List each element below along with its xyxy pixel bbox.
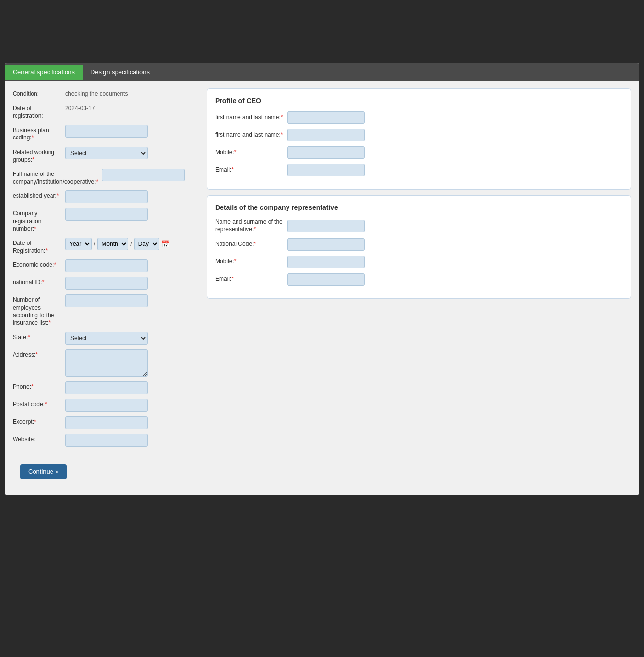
company-reg-input[interactable] <box>65 208 148 221</box>
ceo-mobile-label: Mobile:* <box>215 149 283 156</box>
req-star: * <box>254 226 256 233</box>
postal-code-label: Postal code:* <box>13 399 61 409</box>
date-registration-value: 2024-03-17 <box>65 103 95 112</box>
established-year-input[interactable] <box>65 190 148 203</box>
month-select[interactable]: Month <box>97 238 128 250</box>
postal-code-input[interactable] <box>65 399 148 412</box>
ceo-card-title: Profile of CEO <box>215 97 623 104</box>
business-plan-input[interactable] <box>65 125 148 138</box>
representative-card: Details of the company representative Na… <box>207 195 631 299</box>
req-star: * <box>57 192 59 199</box>
sep1: / <box>94 241 95 247</box>
req-star: * <box>32 134 34 141</box>
rep-name-input[interactable] <box>287 220 365 232</box>
ceo-email-row: Email:* <box>215 164 623 176</box>
req-star: * <box>234 149 237 156</box>
date-dropdowns: Year / Month / Day 📅 <box>65 238 169 250</box>
economic-code-row: Economic code:* <box>13 259 197 272</box>
company-reg-row: Company registration number:* <box>13 208 197 233</box>
rep-national-code-label: National Code:* <box>215 241 283 248</box>
req-star: * <box>281 114 283 121</box>
right-panel: Profile of CEO first name and last name:… <box>207 88 631 451</box>
req-star: * <box>54 261 56 268</box>
full-name-input[interactable] <box>102 169 185 181</box>
date-reg-dropdown-row: Date of Registration:* Year / Month / Da… <box>13 238 197 255</box>
condition-row: Condition: checking the documents <box>13 88 197 98</box>
bottom-area: Continue » <box>5 459 639 495</box>
website-label: Website: <box>13 434 61 444</box>
req-star: * <box>42 279 45 286</box>
page-wrapper: General specifications Design specificat… <box>0 0 644 500</box>
ceo-first-last-2-input[interactable] <box>287 129 365 141</box>
state-row: State:* Select <box>13 332 197 345</box>
employees-label: Number of employees according to the ins… <box>13 294 61 327</box>
rep-email-label: Email:* <box>215 276 283 283</box>
calendar-icon[interactable]: 📅 <box>161 240 169 248</box>
excerpt-label: Excerpt:* <box>13 416 61 426</box>
date-registration-label: Date of registration: <box>13 103 61 120</box>
related-groups-label: Related working groups:* <box>13 147 61 164</box>
req-star: * <box>96 178 98 185</box>
req-star: * <box>28 334 30 341</box>
national-id-input[interactable] <box>65 277 148 290</box>
ceo-first-last-1-input[interactable] <box>287 111 365 124</box>
tab-general[interactable]: General specifications <box>5 65 83 80</box>
req-star: * <box>32 156 34 163</box>
phone-label: Phone:* <box>13 381 61 391</box>
date-registration-row: Date of registration: 2024-03-17 <box>13 103 197 120</box>
year-select[interactable]: Year <box>65 238 92 250</box>
main-container: General specifications Design specificat… <box>5 63 639 495</box>
left-panel: Condition: checking the documents Date o… <box>13 88 197 451</box>
req-star: * <box>231 276 234 282</box>
req-star: * <box>34 225 36 232</box>
continue-button[interactable]: Continue » <box>20 464 67 479</box>
rep-name-row: Name and surname of the representative:* <box>215 218 623 233</box>
req-star: * <box>231 166 234 173</box>
ceo-card: Profile of CEO first name and last name:… <box>207 88 631 190</box>
postal-code-row: Postal code:* <box>13 399 197 412</box>
ceo-email-input[interactable] <box>287 164 365 176</box>
rep-mobile-row: Mobile:* <box>215 256 623 268</box>
established-year-label: established year:* <box>13 190 61 200</box>
ceo-mobile-input[interactable] <box>287 146 365 159</box>
req-star: * <box>45 401 47 408</box>
date-reg-dropdown-label: Date of Registration:* <box>13 238 61 255</box>
day-select[interactable]: Day <box>134 238 159 250</box>
content-area: Condition: checking the documents Date o… <box>5 81 639 459</box>
phone-row: Phone:* <box>13 381 197 394</box>
rep-mobile-label: Mobile:* <box>215 258 283 266</box>
ceo-first-last-1-row: first name and last name:* <box>215 111 623 124</box>
website-input[interactable] <box>65 434 148 447</box>
ceo-first-last-2-row: first name and last name:* <box>215 129 623 141</box>
representative-card-title: Details of the company representative <box>215 204 623 211</box>
related-groups-select[interactable]: Select <box>65 147 148 159</box>
address-row: Address:* <box>13 349 197 377</box>
rep-national-code-input[interactable] <box>287 238 365 251</box>
full-name-row: Full name of the company/institution/coo… <box>13 169 197 186</box>
rep-email-input[interactable] <box>287 273 365 286</box>
tab-design[interactable]: Design specifications <box>83 65 157 80</box>
business-plan-label: Business plan coding:* <box>13 125 61 142</box>
req-star: * <box>35 351 38 358</box>
req-star: * <box>48 319 51 326</box>
req-star: * <box>254 241 256 247</box>
state-select[interactable]: Select <box>65 332 148 345</box>
excerpt-input[interactable] <box>65 416 148 429</box>
address-textarea[interactable] <box>65 349 148 377</box>
established-year-row: established year:* <box>13 190 197 203</box>
phone-input[interactable] <box>65 381 148 394</box>
rep-name-label: Name and surname of the representative:* <box>215 218 283 233</box>
ceo-first-last-1-label: first name and last name:* <box>215 114 283 121</box>
website-row: Website: <box>13 434 197 447</box>
rep-mobile-input[interactable] <box>287 256 365 268</box>
ceo-first-last-2-label: first name and last name:* <box>215 131 283 139</box>
req-star: * <box>45 247 48 254</box>
excerpt-row: Excerpt:* <box>13 416 197 429</box>
economic-code-input[interactable] <box>65 259 148 272</box>
employees-input[interactable] <box>65 294 148 307</box>
req-star: * <box>34 418 36 425</box>
req-star: * <box>234 258 237 265</box>
national-id-label: national ID:* <box>13 277 61 287</box>
business-plan-row: Business plan coding:* <box>13 125 197 142</box>
req-star: * <box>281 131 283 138</box>
